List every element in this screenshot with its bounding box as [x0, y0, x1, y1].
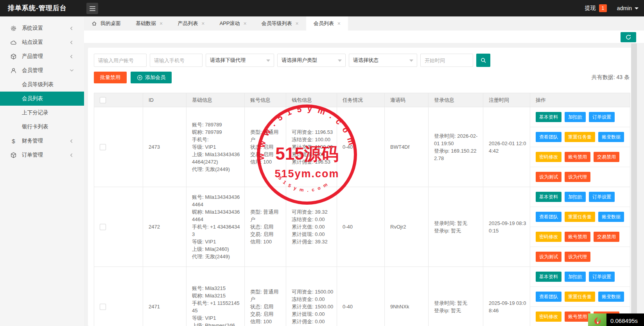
action-view-team-button[interactable]: 查看团队 — [536, 292, 561, 302]
tab-member-list[interactable]: 会员列表× — [306, 16, 348, 31]
sidebar-item-order-management[interactable]: 订单管理 — [0, 148, 84, 162]
action-view-team-button[interactable]: 查看团队 — [536, 212, 561, 222]
tab-app-scroll[interactable]: APP滚动× — [212, 16, 254, 31]
table-row: 2472账号: Mila1343434364464昵称: Mila1343434… — [94, 187, 630, 267]
action-set-test-button[interactable]: 设为测试 — [536, 172, 561, 182]
tab-bar: 我的桌面基础数据×产品列表×APP滚动×会员等级列表×会员列表× — [84, 16, 644, 31]
action-add-deduct-button[interactable]: 加扣款 — [565, 272, 586, 282]
close-icon[interactable]: × — [296, 21, 299, 26]
action-disable-account-button[interactable]: 账号禁用 — [565, 312, 590, 322]
action-order-settings-button[interactable]: 订单设置 — [589, 192, 615, 202]
info-line: 冻结资金: 0.00 — [292, 295, 334, 303]
action-add-deduct-button[interactable]: 加扣款 — [565, 192, 586, 202]
cell-register-time: 2026-02-01 12:04:42 — [483, 107, 530, 187]
info-line: 累计充值: 0.00 — [292, 223, 334, 231]
cell-id: 2471 — [143, 267, 187, 326]
action-view-team-button[interactable]: 查看团队 — [536, 132, 561, 142]
trace-bar: 0.068495s — [588, 313, 644, 326]
row-checkbox[interactable] — [100, 304, 106, 310]
task-value: 0-40 — [343, 303, 381, 310]
phone-input[interactable] — [150, 54, 203, 67]
action-add-deduct-button[interactable]: 加扣款 — [565, 112, 586, 122]
select-all-checkbox[interactable] — [100, 97, 106, 103]
row-checkbox-cell — [94, 187, 143, 267]
chevron-left-icon — [69, 54, 74, 59]
status-select[interactable]: 请选择状态 — [349, 54, 417, 67]
action-disable-trade-button[interactable]: 交易禁用 — [594, 232, 619, 242]
action-reset-tasks-button[interactable]: 重置任务量 — [565, 292, 595, 302]
close-icon[interactable]: × — [160, 21, 163, 26]
withdraw-link[interactable]: 提现 1 — [585, 4, 607, 12]
sidebar-item-label: 上下分记录 — [22, 109, 48, 116]
tab-product-list[interactable]: 产品列表× — [170, 16, 212, 31]
search-button[interactable] — [476, 54, 490, 67]
user-account-input[interactable] — [94, 54, 147, 67]
sidebar-item-system-settings[interactable]: 系统设置 — [0, 21, 84, 35]
action-change-password-button[interactable]: 密码修改 — [536, 232, 561, 242]
info-line: 手机号: +1 1155214545 — [192, 299, 241, 314]
sidebar-item-product-management[interactable]: 产品管理 — [0, 49, 84, 63]
row-checkbox[interactable] — [100, 144, 106, 150]
scrollbar[interactable] — [631, 43, 637, 326]
sidebar-item-finance-management[interactable]: $财务管理 — [0, 134, 84, 148]
sub-agent-select[interactable]: 请选择下级代理 — [206, 54, 274, 67]
action-reset-tasks-button[interactable]: 重置任务量 — [565, 132, 595, 142]
info-line: 登录ip: 暂无 — [434, 307, 480, 314]
action-basic-info-button[interactable]: 基本资料 — [536, 112, 561, 122]
hamburger-button[interactable] — [86, 3, 98, 14]
sidebar-item-member-level-list[interactable]: 会员等级列表 — [0, 77, 84, 92]
sidebar-item-member-management[interactable]: 会员管理 — [0, 63, 84, 77]
user-type-select[interactable]: 请选择用户类型 — [277, 54, 346, 67]
info-line: 昵称: 789789 — [192, 128, 241, 136]
action-order-settings-button[interactable]: 订单设置 — [589, 112, 615, 122]
close-icon[interactable]: × — [243, 21, 246, 26]
table-header-row: ID基础信息账号信息钱包信息任务情况邀请码登录信息注册时间操作 — [94, 93, 630, 107]
sidebar-item-member-list[interactable]: 会员列表 — [0, 92, 84, 106]
cell-login-info: 登录时间: 2026-02-01 19:50登录ip: 169.150.222.… — [429, 107, 483, 187]
trace-flame-icon[interactable] — [588, 313, 606, 326]
sidebar-item-bankcard-list[interactable]: 银行卡列表 — [0, 120, 84, 134]
add-member-label: 添加会员 — [145, 74, 165, 81]
info-line: 代理: 无敌(2449) — [192, 166, 241, 173]
action-disable-trade-button[interactable]: 交易禁用 — [594, 152, 619, 162]
tab-member-level-list[interactable]: 会员等级列表× — [254, 16, 306, 31]
row-checkbox[interactable] — [100, 224, 106, 230]
task-value: 0-40 — [343, 143, 381, 151]
cube-icon — [10, 152, 17, 158]
action-disable-account-button[interactable]: 账号禁用 — [565, 232, 590, 242]
action-reset-tasks-button[interactable]: 重置任务量 — [565, 212, 595, 222]
sidebar-item-label: 会员列表 — [22, 95, 43, 102]
action-change-password-button[interactable]: 密码修改 — [536, 152, 561, 162]
sidebar-item-updown-records[interactable]: 上下分记录 — [0, 106, 84, 120]
action-basic-info-button[interactable]: 基本资料 — [536, 272, 561, 282]
action-account-changes-button[interactable]: 账变数据 — [598, 212, 624, 222]
action-set-agent-button[interactable]: 设为代理 — [565, 172, 590, 182]
action-account-changes-button[interactable]: 账变数据 — [598, 292, 624, 302]
add-member-button[interactable]: 添加会员 — [131, 72, 172, 83]
select-value: 请选择状态 — [353, 57, 379, 64]
action-account-changes-button[interactable]: 账变数据 — [598, 132, 624, 142]
tab-label: 我的桌面 — [100, 20, 121, 27]
action-change-password-button[interactable]: 密码修改 — [536, 312, 561, 322]
info-line: 累计提现: 0.00 — [292, 310, 334, 318]
action-set-agent-button[interactable]: 设为代理 — [565, 252, 590, 262]
close-icon[interactable]: × — [201, 21, 205, 26]
batch-disable-button[interactable]: 批量禁用 — [94, 72, 127, 83]
sidebar-item-label: 产品管理 — [22, 53, 43, 60]
column-header: ID — [143, 93, 187, 107]
action-basic-info-button[interactable]: 基本资料 — [536, 192, 561, 202]
refresh-button[interactable] — [621, 32, 636, 42]
withdraw-label: 提现 — [585, 5, 596, 12]
user-menu[interactable]: admin — [617, 5, 639, 11]
close-icon[interactable]: × — [337, 21, 341, 26]
action-sub-row: 设为测试设为代理 — [530, 247, 630, 267]
cell-account-info: 类型: 普通用户状态: 启用交易: 启用信用: 100 — [245, 107, 286, 187]
sidebar-item-site-settings[interactable]: 站点设置 — [0, 35, 84, 49]
action-set-test-button[interactable]: 设为测试 — [536, 252, 561, 262]
tab-my-desktop[interactable]: 我的桌面 — [84, 16, 128, 31]
tab-basic-data[interactable]: 基础数据× — [128, 16, 170, 31]
action-disable-account-button[interactable]: 账号禁用 — [565, 152, 590, 162]
action-order-settings-button[interactable]: 订单设置 — [589, 272, 615, 282]
start-time-input[interactable] — [420, 54, 473, 67]
tab-label: 会员列表 — [314, 20, 334, 27]
